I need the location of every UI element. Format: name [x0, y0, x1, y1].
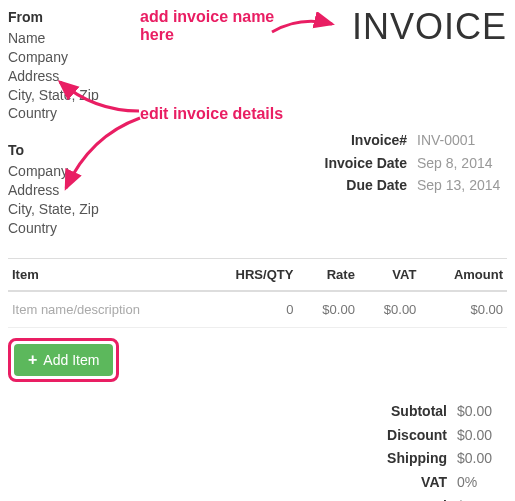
to-country[interactable]: Country — [8, 219, 99, 238]
from-label: From — [8, 8, 99, 27]
col-rate: Rate — [297, 258, 358, 291]
totals-block: Subtotal $0.00 Discount $0.00 Shipping $… — [8, 400, 507, 501]
due-date-label: Due Date — [312, 174, 407, 196]
from-name-input[interactable] — [8, 30, 88, 46]
vat-value[interactable]: 0% — [457, 471, 507, 495]
from-block: From Company Address City, State, Zip Co… — [8, 8, 99, 123]
shipping-value[interactable]: $0.00 — [457, 447, 507, 471]
from-company[interactable]: Company — [8, 48, 99, 67]
discount-label: Discount — [377, 424, 447, 448]
subtotal-label: Subtotal — [377, 400, 447, 424]
to-company[interactable]: Company — [8, 162, 99, 181]
subtotal-value: $0.00 — [457, 400, 507, 424]
item-description[interactable]: Item name/description — [8, 291, 198, 328]
item-vat[interactable]: $0.00 — [359, 291, 420, 328]
item-rate[interactable]: $0.00 — [297, 291, 358, 328]
total-label: Total — [377, 495, 447, 501]
item-amount: $0.00 — [420, 291, 507, 328]
total-value: $0.00 — [457, 495, 507, 501]
invoice-meta: Invoice# INV-0001 Invoice Date Sep 8, 20… — [312, 129, 507, 196]
invoice-number-label: Invoice# — [312, 129, 407, 151]
due-date-value[interactable]: Sep 13, 2014 — [417, 174, 507, 196]
shipping-label: Shipping — [377, 447, 447, 471]
col-vat: VAT — [359, 258, 420, 291]
to-city-state-zip[interactable]: City, State, Zip — [8, 200, 99, 219]
discount-value[interactable]: $0.00 — [457, 424, 507, 448]
invoice-number-value[interactable]: INV-0001 — [417, 129, 507, 151]
table-row[interactable]: Item name/description 0 $0.00 $0.00 $0.0… — [8, 291, 507, 328]
vat-label: VAT — [377, 471, 447, 495]
col-item: Item — [8, 258, 198, 291]
line-items-table: Item HRS/QTY Rate VAT Amount Item name/d… — [8, 258, 507, 328]
plus-icon: + — [28, 352, 37, 368]
add-item-button[interactable]: + Add Item — [14, 344, 113, 376]
from-country[interactable]: Country — [8, 104, 99, 123]
to-address[interactable]: Address — [8, 181, 99, 200]
from-address[interactable]: Address — [8, 67, 99, 86]
to-label: To — [8, 141, 99, 160]
item-qty[interactable]: 0 — [198, 291, 298, 328]
to-block: To Company Address City, State, Zip Coun… — [8, 141, 99, 237]
from-city-state-zip[interactable]: City, State, Zip — [8, 86, 99, 105]
add-item-label: Add Item — [43, 352, 99, 368]
col-qty: HRS/QTY — [198, 258, 298, 291]
invoice-date-label: Invoice Date — [312, 152, 407, 174]
invoice-title[interactable]: INVOICE — [352, 6, 507, 48]
col-amount: Amount — [420, 258, 507, 291]
invoice-date-value[interactable]: Sep 8, 2014 — [417, 152, 507, 174]
add-item-highlight: + Add Item — [8, 338, 119, 382]
